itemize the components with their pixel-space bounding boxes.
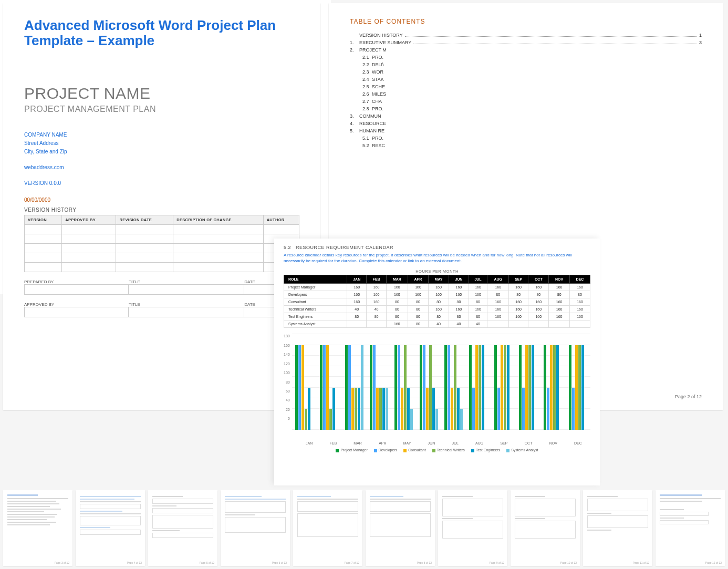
- bar-group: [420, 334, 438, 430]
- x-tick: MAR: [353, 441, 362, 445]
- bar-group: [320, 334, 338, 430]
- bar: [519, 345, 522, 430]
- bar: [301, 345, 304, 430]
- toc-entry[interactable]: 2.PROJECT M: [350, 47, 702, 53]
- toc-subentry[interactable]: 2.4STAK: [350, 77, 702, 82]
- sig-label: TITLE: [129, 302, 244, 307]
- bar: [358, 388, 360, 430]
- bar: [404, 345, 407, 430]
- project-subtitle: PROJECT MANAGEMENT PLAN: [24, 105, 299, 114]
- toc-entry[interactable]: 4.RESOURCE: [350, 121, 702, 126]
- bar: [553, 345, 556, 430]
- bar: [370, 345, 372, 430]
- sig-field[interactable]: [129, 284, 244, 295]
- page-thumbnail[interactable]: Page 4 of 12: [76, 490, 145, 566]
- toc-subentry[interactable]: 2.8PRO.: [350, 106, 702, 111]
- bar: [361, 345, 363, 430]
- table-row: Developers160160160160160160160808080808…: [284, 291, 590, 298]
- bar-group: [469, 334, 487, 430]
- bar: [525, 345, 528, 430]
- toc-subentry[interactable]: 2.7CHA: [350, 99, 702, 104]
- bar: [332, 388, 335, 430]
- sec-52-heading: 5.2 RESOURCE REQUIREMENT CALENDAR: [284, 245, 590, 250]
- bar: [345, 345, 348, 430]
- bar: [522, 388, 525, 430]
- sig-label: APPROVED BY: [24, 302, 129, 307]
- bar: [382, 388, 385, 430]
- toc-entry[interactable]: 1.EXECUTIVE SUMMARY3: [350, 40, 702, 45]
- x-tick: MAY: [403, 441, 411, 445]
- bar: [528, 345, 531, 430]
- page-thumbnail[interactable]: Page 11 of 12: [583, 490, 652, 566]
- toc-entry[interactable]: 3.COMMUN: [350, 113, 702, 119]
- sig-field[interactable]: [129, 307, 244, 317]
- table-row: Technical Writers40408080160160160160160…: [284, 306, 590, 313]
- bar: [550, 345, 553, 430]
- bar: [420, 345, 422, 430]
- bar: [457, 388, 460, 430]
- bar: [451, 388, 453, 430]
- x-tick: APR: [379, 441, 386, 445]
- toc-entry[interactable]: VERSION HISTORY1: [350, 33, 702, 38]
- bar: [329, 409, 332, 430]
- toc-subentry[interactable]: 2.2DELI\: [350, 62, 702, 67]
- vh-col-header: DESCRIPTION OF CHANGE: [173, 215, 263, 225]
- bar: [432, 388, 435, 430]
- bar: [429, 345, 432, 430]
- table-row: Systems Analyst16080404040: [284, 320, 590, 328]
- x-tick: AUG: [475, 441, 483, 445]
- toc-subentry[interactable]: 5.1PRO.: [350, 136, 702, 141]
- page-thumbnail[interactable]: Page 10 of 12: [511, 490, 580, 566]
- toc-subentry[interactable]: 5.2RESC: [350, 143, 702, 148]
- x-tick: DEC: [574, 441, 582, 445]
- sig-field[interactable]: [24, 307, 129, 317]
- bar: [386, 388, 388, 430]
- page-thumbnail[interactable]: Page 6 of 12: [221, 490, 290, 566]
- sig-label: TITLE: [129, 280, 244, 284]
- toc-subentry[interactable]: 2.6MILES: [350, 91, 702, 97]
- doc-date: 00/00/0000: [24, 197, 299, 203]
- bar: [448, 345, 450, 430]
- page-number: Page 2 of 12: [675, 394, 702, 399]
- bar-group: [370, 334, 388, 430]
- legend-item: Technical Writers: [432, 448, 465, 452]
- page-thumbnail[interactable]: Page 3 of 12: [3, 490, 72, 566]
- legend-item: Consultant: [403, 448, 425, 452]
- toc-subentry[interactable]: 2.5SCHE: [350, 84, 702, 89]
- page-thumbnail[interactable]: Page 8 of 12: [366, 490, 435, 566]
- cover-page: Advanced Microsoft Word Project Plan Tem…: [3, 3, 320, 410]
- resource-table: ROLEJANFEBMARAPRMAYJUNJULAUGSEPOCTNOVDEC…: [284, 275, 590, 328]
- vh-col-header: AUTHOR: [263, 215, 299, 225]
- bar: [410, 409, 413, 430]
- sig-field[interactable]: [24, 284, 129, 295]
- resource-bar-chart: 180160140120100806040200: [284, 334, 590, 439]
- bar: [398, 345, 400, 430]
- page-thumbnail[interactable]: Page 7 of 12: [293, 490, 362, 566]
- hours-caption: HOURS PER MONTH: [284, 269, 590, 274]
- legend-item: Test Engineers: [471, 448, 500, 452]
- x-tick: FEB: [330, 441, 337, 445]
- bar: [401, 388, 403, 430]
- toc-subentry[interactable]: 2.1PRO.: [350, 55, 702, 60]
- bar-group: [494, 334, 513, 430]
- toc-subentry[interactable]: 2.3WOR: [350, 69, 702, 75]
- bar: [308, 388, 310, 430]
- toc-entry[interactable]: 5.HUMAN RE: [350, 128, 702, 133]
- legend-item: Developers: [374, 448, 397, 452]
- bar: [482, 345, 484, 430]
- bar: [355, 388, 357, 430]
- bar: [351, 388, 354, 430]
- bar: [320, 345, 323, 430]
- bar: [479, 345, 481, 430]
- bar: [578, 345, 581, 430]
- bar: [376, 388, 379, 430]
- bar: [373, 345, 376, 430]
- bar-group: [394, 334, 413, 430]
- bar: [454, 345, 456, 430]
- bar: [472, 388, 475, 430]
- page-thumbnail[interactable]: Page 12 of 12: [656, 490, 725, 566]
- page-thumbnail[interactable]: Page 9 of 12: [438, 490, 507, 566]
- vh-col-header: REVISION DATE: [116, 215, 173, 225]
- company-web: webaddress.com: [24, 163, 299, 172]
- page-thumbnail[interactable]: Page 5 of 12: [148, 490, 217, 566]
